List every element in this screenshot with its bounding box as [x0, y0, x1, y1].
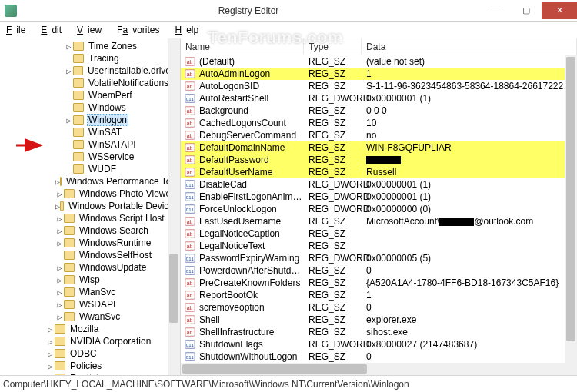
tree-item[interactable]: WinSATAPI [0, 138, 180, 151]
tree-item[interactable]: ▷WlanSvc [0, 286, 180, 298]
tree-item[interactable]: ▷Windows Search [0, 224, 180, 237]
list-hscrollbar[interactable] [181, 363, 565, 375]
list-hscrollbar-thumb[interactable] [182, 364, 367, 374]
value-row[interactable]: abDebugServerCommandREG_SZno [181, 129, 577, 141]
tree-item[interactable]: ▷Mozilla [0, 323, 180, 335]
close-button[interactable]: ✕ [542, 2, 577, 19]
value-row[interactable]: 011ForceUnlockLogonREG_DWORD0x00000000 (… [181, 203, 577, 215]
folder-icon [73, 152, 84, 161]
tree-scrollbar[interactable] [168, 38, 180, 375]
tree-expander-icon[interactable]: ▷ [55, 190, 64, 198]
tree-item[interactable]: WindowsSelfHost [0, 249, 180, 261]
tree-item[interactable]: Windows [0, 101, 180, 114]
tree-scrollbar-thumb[interactable] [169, 254, 178, 323]
tree-item[interactable]: WbemPerf [0, 89, 180, 101]
svg-text:ab: ab [187, 108, 193, 114]
value-row[interactable]: abAutoLogonSIDREG_SZS-1-11-96-3623454863… [181, 80, 577, 92]
tree-item[interactable]: ▷Windows Photo Viewer [0, 188, 180, 200]
value-row[interactable]: abCachedLogonsCountREG_SZ10 [181, 117, 577, 129]
tree-item[interactable]: ▷Policies [0, 360, 180, 372]
list-vscrollbar-thumb[interactable] [566, 57, 575, 341]
values-pane[interactable]: Name Type Data ab(Default)REG_SZ(value n… [181, 38, 577, 375]
tree-item[interactable]: ▷WSDAPI [0, 298, 180, 311]
minimize-button[interactable]: — [480, 2, 511, 19]
tree-item[interactable]: ▷WindowsRuntime [0, 237, 180, 249]
tree-expander-icon[interactable]: ▷ [65, 42, 73, 51]
tree-expander-icon[interactable]: ▷ [55, 313, 64, 321]
tree-item[interactable]: ▷WwanSvc [0, 311, 180, 323]
tree-item[interactable]: ▷Windows Performance Toolkit [0, 175, 180, 188]
value-row[interactable]: 011AutoRestartShellREG_DWORD0x00000001 (… [181, 92, 577, 105]
tree-item[interactable]: ▷Windows Script Host [0, 212, 180, 224]
tree-item[interactable]: WSService [0, 151, 180, 163]
value-row[interactable]: abBackgroundREG_SZ0 0 0 [181, 105, 577, 117]
app-icon [5, 5, 17, 17]
value-row[interactable]: abShellREG_SZexplorer.exe [181, 314, 577, 326]
value-row[interactable]: ab(Default)REG_SZ(value not set) [181, 55, 577, 68]
tree-item[interactable]: ▷Wisp [0, 274, 180, 286]
tree-expander-icon[interactable]: ▷ [55, 264, 64, 272]
value-data: 0 0 0 [362, 105, 577, 116]
value-row[interactable]: abPreCreateKnownFoldersREG_SZ{A520A1A4-1… [181, 277, 577, 289]
value-row[interactable]: abAutoAdminLogonREG_SZ1 [181, 68, 577, 80]
column-data[interactable]: Data [362, 38, 577, 55]
string-value-icon: ab [184, 142, 196, 153]
tree-expander-icon[interactable]: ▷ [46, 337, 55, 346]
tree-item-label: Windows [87, 102, 128, 113]
value-row[interactable]: abShellInfrastructureREG_SZsihost.exe [181, 326, 577, 338]
value-row[interactable]: abLegalNoticeCaptionREG_SZ [181, 228, 577, 240]
folder-icon [64, 263, 75, 272]
value-row[interactable]: 011ShutdownFlagsREG_DWORD0x80000027 (214… [181, 338, 577, 350]
tree-expander-icon[interactable]: ▷ [46, 325, 55, 334]
value-row[interactable]: 011DisableCadREG_DWORD0x00000001 (1) [181, 178, 577, 191]
menu-help[interactable]: Help [170, 23, 208, 37]
value-row[interactable]: 011PowerdownAfterShutdownREG_SZ0 [181, 264, 577, 277]
tree-item[interactable]: WUDF [0, 163, 180, 175]
value-row[interactable]: abLastUsedUsernameREG_SZMicrosoftAccount… [181, 215, 577, 228]
menu-file[interactable]: File [2, 23, 35, 37]
tree-pane[interactable]: ▷Time ZonesTracing▷Userinstallable.drive… [0, 38, 181, 375]
tree-item[interactable]: Tracing [0, 52, 180, 65]
value-row[interactable]: 011PasswordExpiryWarningREG_DWORD0x00000… [181, 252, 577, 264]
value-row[interactable]: abDefaultPasswordREG_SZ [181, 154, 577, 166]
value-row[interactable]: abDefaultUserNameREG_SZRussell [181, 166, 577, 178]
menu-view[interactable]: View [72, 23, 111, 37]
value-row[interactable]: abDefaultDomainNameREG_SZWIN-F8GQFUPLIAR [181, 141, 577, 154]
tree-expander-icon[interactable]: ▷ [55, 239, 64, 247]
value-row[interactable]: 011EnableFirstLogonAnimationREG_DWORD0x0… [181, 191, 577, 203]
tree-item[interactable]: VolatileNotifications [0, 77, 180, 89]
column-type[interactable]: Type [304, 38, 362, 55]
tree-expander-icon[interactable]: ▷ [46, 362, 55, 370]
tree-item[interactable]: ▷NVIDIA Corporation [0, 335, 180, 347]
value-row[interactable]: abLegalNoticeTextREG_SZ [181, 240, 577, 252]
tree-item[interactable]: ▷Realtek [0, 372, 180, 375]
tree-item[interactable]: ▷Winlogon [0, 114, 180, 126]
tree-item[interactable]: ▷Time Zones [0, 40, 180, 52]
tree-expander-icon[interactable]: ▷ [55, 227, 64, 235]
menu-edit[interactable]: Edit [36, 23, 71, 37]
tree-expander-icon[interactable]: ▷ [55, 276, 64, 284]
tree-item[interactable]: WinSAT [0, 126, 180, 138]
tree-item-label: Policies [68, 360, 103, 371]
list-vscrollbar[interactable] [565, 55, 577, 363]
tree-expander-icon[interactable]: ▷ [65, 116, 73, 125]
tree-expander-icon[interactable]: ▷ [65, 67, 73, 75]
tree-expander-icon[interactable]: ▷ [55, 288, 64, 297]
tree-expander-icon[interactable]: ▷ [55, 214, 64, 223]
maximize-button[interactable]: ▢ [511, 2, 542, 19]
value-row[interactable]: abscremoveoptionREG_SZ0 [181, 301, 577, 314]
tree-item[interactable]: ▷ODBC [0, 347, 180, 360]
folder-icon [73, 128, 84, 137]
tree-item[interactable]: ▷WindowsUpdate [0, 261, 180, 274]
folder-icon [73, 78, 84, 88]
value-row[interactable]: abReportBootOkREG_SZ1 [181, 289, 577, 301]
tree-expander-icon[interactable]: ▷ [46, 374, 55, 376]
column-name[interactable]: Name [181, 38, 304, 55]
tree-expander-icon[interactable]: ▷ [46, 350, 55, 358]
menu-favorites[interactable]: Favorites [112, 23, 168, 37]
value-name: Shell [199, 314, 304, 325]
value-row[interactable]: 011ShutdownWithoutLogonREG_SZ0 [181, 350, 577, 363]
tree-item[interactable]: ▷Windows Portable Devices [0, 200, 180, 212]
tree-expander-icon[interactable]: ▷ [55, 301, 64, 309]
tree-item[interactable]: ▷Userinstallable.drivers [0, 65, 180, 77]
